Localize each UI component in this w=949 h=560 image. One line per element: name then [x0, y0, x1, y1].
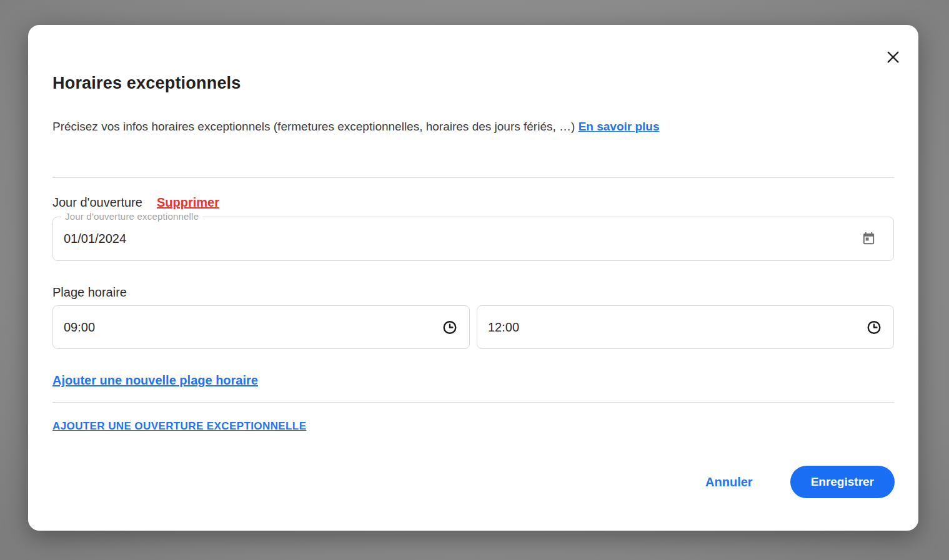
calendar-icon[interactable] — [861, 232, 876, 247]
save-button[interactable]: Enregistrer — [790, 466, 895, 498]
date-field-value[interactable]: 01/01/2024 — [53, 232, 126, 246]
opening-day-header: Jour d'ouverture Supprimer — [52, 194, 894, 210]
start-time-field[interactable]: 09:00 — [52, 305, 470, 349]
exceptional-date-field[interactable]: Jour d'ouverture exceptionnelle 01/01/20… — [52, 217, 894, 261]
learn-more-link[interactable]: En savoir plus — [579, 120, 660, 133]
divider — [52, 402, 894, 403]
start-time-value[interactable]: 09:00 — [53, 320, 95, 335]
end-time-field[interactable]: 12:00 — [477, 305, 894, 349]
close-icon — [885, 49, 902, 66]
time-range-row: 09:00 12:00 — [52, 305, 894, 349]
dialog-description: Précisez vos infos horaires exceptionnel… — [52, 118, 894, 135]
opening-day-label: Jour d'ouverture — [52, 194, 142, 210]
dialog-title: Horaires exceptionnels — [52, 72, 894, 94]
exceptional-hours-dialog: Horaires exceptionnels Précisez vos info… — [28, 25, 918, 531]
close-button[interactable] — [883, 47, 902, 66]
end-time-value[interactable]: 12:00 — [477, 320, 519, 335]
cancel-button[interactable]: Annuler — [705, 475, 753, 489]
description-text: Précisez vos infos horaires exceptionnel… — [52, 120, 579, 133]
date-field-floating-label: Jour d'ouverture exceptionnelle — [61, 211, 202, 222]
clock-icon[interactable] — [442, 320, 457, 335]
time-range-label: Plage horaire — [52, 284, 894, 300]
delete-opening-day-link[interactable]: Supprimer — [157, 195, 219, 210]
add-exceptional-opening-link[interactable]: AJOUTER UNE OUVERTURE EXCEPTIONNELLE — [52, 419, 306, 434]
add-time-slot-link[interactable]: Ajouter une nouvelle plage horaire — [52, 372, 258, 388]
dialog-footer: Annuler Enregistrer — [705, 466, 895, 498]
clock-icon[interactable] — [867, 320, 882, 335]
divider — [52, 177, 894, 178]
